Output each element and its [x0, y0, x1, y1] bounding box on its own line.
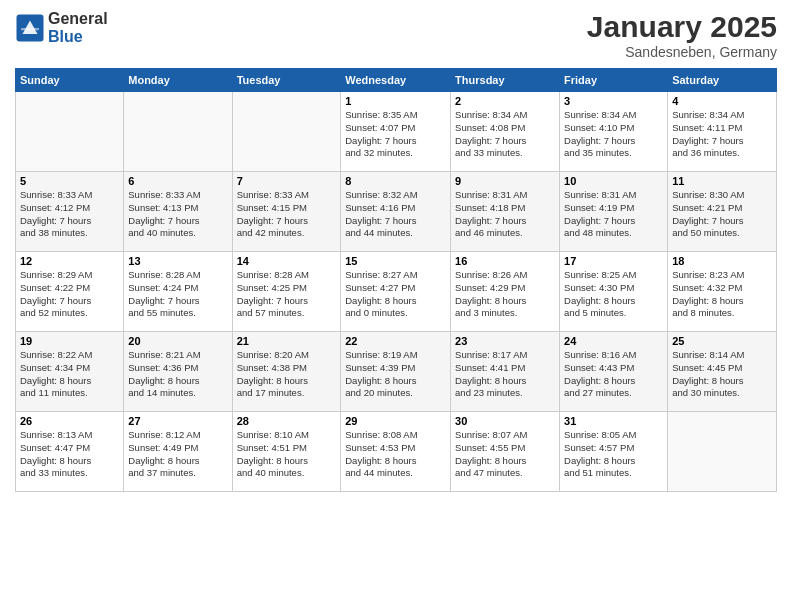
calendar-cell: 8Sunrise: 8:32 AM Sunset: 4:16 PM Daylig… — [341, 172, 451, 252]
day-info: Sunrise: 8:29 AM Sunset: 4:22 PM Dayligh… — [20, 269, 119, 320]
day-number: 17 — [564, 255, 663, 267]
calendar-cell: 31Sunrise: 8:05 AM Sunset: 4:57 PM Dayli… — [560, 412, 668, 492]
title-section: January 2025 Sandesneben, Germany — [587, 10, 777, 60]
day-info: Sunrise: 8:17 AM Sunset: 4:41 PM Dayligh… — [455, 349, 555, 400]
calendar-week-5: 26Sunrise: 8:13 AM Sunset: 4:47 PM Dayli… — [16, 412, 777, 492]
day-info: Sunrise: 8:07 AM Sunset: 4:55 PM Dayligh… — [455, 429, 555, 480]
day-number: 3 — [564, 95, 663, 107]
col-monday: Monday — [124, 69, 232, 92]
calendar-cell: 30Sunrise: 8:07 AM Sunset: 4:55 PM Dayli… — [451, 412, 560, 492]
day-number: 12 — [20, 255, 119, 267]
day-number: 31 — [564, 415, 663, 427]
day-info: Sunrise: 8:12 AM Sunset: 4:49 PM Dayligh… — [128, 429, 227, 480]
col-wednesday: Wednesday — [341, 69, 451, 92]
day-number: 25 — [672, 335, 772, 347]
day-info: Sunrise: 8:28 AM Sunset: 4:25 PM Dayligh… — [237, 269, 337, 320]
day-number: 28 — [237, 415, 337, 427]
day-info: Sunrise: 8:30 AM Sunset: 4:21 PM Dayligh… — [672, 189, 772, 240]
day-info: Sunrise: 8:13 AM Sunset: 4:47 PM Dayligh… — [20, 429, 119, 480]
logo-text: General Blue — [48, 10, 108, 45]
calendar-cell: 20Sunrise: 8:21 AM Sunset: 4:36 PM Dayli… — [124, 332, 232, 412]
col-friday: Friday — [560, 69, 668, 92]
location-subtitle: Sandesneben, Germany — [587, 44, 777, 60]
day-info: Sunrise: 8:34 AM Sunset: 4:11 PM Dayligh… — [672, 109, 772, 160]
day-number: 26 — [20, 415, 119, 427]
logo: General Blue — [15, 10, 108, 45]
day-number: 29 — [345, 415, 446, 427]
calendar-cell — [16, 92, 124, 172]
day-info: Sunrise: 8:21 AM Sunset: 4:36 PM Dayligh… — [128, 349, 227, 400]
day-number: 30 — [455, 415, 555, 427]
day-info: Sunrise: 8:31 AM Sunset: 4:19 PM Dayligh… — [564, 189, 663, 240]
day-info: Sunrise: 8:31 AM Sunset: 4:18 PM Dayligh… — [455, 189, 555, 240]
day-number: 10 — [564, 175, 663, 187]
calendar-table: Sunday Monday Tuesday Wednesday Thursday… — [15, 68, 777, 492]
svg-rect-2 — [21, 28, 39, 30]
day-number: 7 — [237, 175, 337, 187]
day-info: Sunrise: 8:20 AM Sunset: 4:38 PM Dayligh… — [237, 349, 337, 400]
day-info: Sunrise: 8:27 AM Sunset: 4:27 PM Dayligh… — [345, 269, 446, 320]
day-info: Sunrise: 8:34 AM Sunset: 4:08 PM Dayligh… — [455, 109, 555, 160]
calendar-cell: 3Sunrise: 8:34 AM Sunset: 4:10 PM Daylig… — [560, 92, 668, 172]
calendar-cell: 14Sunrise: 8:28 AM Sunset: 4:25 PM Dayli… — [232, 252, 341, 332]
day-number: 14 — [237, 255, 337, 267]
calendar-cell: 11Sunrise: 8:30 AM Sunset: 4:21 PM Dayli… — [668, 172, 777, 252]
logo-icon — [15, 13, 45, 43]
logo-blue: Blue — [48, 28, 108, 46]
logo-general: General — [48, 10, 108, 28]
day-info: Sunrise: 8:23 AM Sunset: 4:32 PM Dayligh… — [672, 269, 772, 320]
day-number: 1 — [345, 95, 446, 107]
calendar-cell: 24Sunrise: 8:16 AM Sunset: 4:43 PM Dayli… — [560, 332, 668, 412]
day-number: 21 — [237, 335, 337, 347]
day-info: Sunrise: 8:33 AM Sunset: 4:15 PM Dayligh… — [237, 189, 337, 240]
day-number: 22 — [345, 335, 446, 347]
calendar-week-4: 19Sunrise: 8:22 AM Sunset: 4:34 PM Dayli… — [16, 332, 777, 412]
day-info: Sunrise: 8:22 AM Sunset: 4:34 PM Dayligh… — [20, 349, 119, 400]
calendar-week-3: 12Sunrise: 8:29 AM Sunset: 4:22 PM Dayli… — [16, 252, 777, 332]
day-info: Sunrise: 8:28 AM Sunset: 4:24 PM Dayligh… — [128, 269, 227, 320]
day-number: 2 — [455, 95, 555, 107]
day-info: Sunrise: 8:19 AM Sunset: 4:39 PM Dayligh… — [345, 349, 446, 400]
calendar-cell: 16Sunrise: 8:26 AM Sunset: 4:29 PM Dayli… — [451, 252, 560, 332]
calendar-cell: 15Sunrise: 8:27 AM Sunset: 4:27 PM Dayli… — [341, 252, 451, 332]
calendar-cell: 5Sunrise: 8:33 AM Sunset: 4:12 PM Daylig… — [16, 172, 124, 252]
month-title: January 2025 — [587, 10, 777, 44]
calendar-cell: 26Sunrise: 8:13 AM Sunset: 4:47 PM Dayli… — [16, 412, 124, 492]
calendar-cell: 28Sunrise: 8:10 AM Sunset: 4:51 PM Dayli… — [232, 412, 341, 492]
calendar-cell: 22Sunrise: 8:19 AM Sunset: 4:39 PM Dayli… — [341, 332, 451, 412]
calendar-cell: 6Sunrise: 8:33 AM Sunset: 4:13 PM Daylig… — [124, 172, 232, 252]
calendar-cell — [668, 412, 777, 492]
col-sunday: Sunday — [16, 69, 124, 92]
calendar-week-2: 5Sunrise: 8:33 AM Sunset: 4:12 PM Daylig… — [16, 172, 777, 252]
day-info: Sunrise: 8:35 AM Sunset: 4:07 PM Dayligh… — [345, 109, 446, 160]
calendar-cell: 25Sunrise: 8:14 AM Sunset: 4:45 PM Dayli… — [668, 332, 777, 412]
calendar-cell: 7Sunrise: 8:33 AM Sunset: 4:15 PM Daylig… — [232, 172, 341, 252]
day-number: 6 — [128, 175, 227, 187]
main-container: General Blue January 2025 Sandesneben, G… — [0, 0, 792, 612]
calendar-cell: 1Sunrise: 8:35 AM Sunset: 4:07 PM Daylig… — [341, 92, 451, 172]
calendar-cell: 19Sunrise: 8:22 AM Sunset: 4:34 PM Dayli… — [16, 332, 124, 412]
calendar-cell: 13Sunrise: 8:28 AM Sunset: 4:24 PM Dayli… — [124, 252, 232, 332]
day-info: Sunrise: 8:26 AM Sunset: 4:29 PM Dayligh… — [455, 269, 555, 320]
day-number: 13 — [128, 255, 227, 267]
col-thursday: Thursday — [451, 69, 560, 92]
calendar-header-row: Sunday Monday Tuesday Wednesday Thursday… — [16, 69, 777, 92]
day-info: Sunrise: 8:25 AM Sunset: 4:30 PM Dayligh… — [564, 269, 663, 320]
day-number: 4 — [672, 95, 772, 107]
day-number: 19 — [20, 335, 119, 347]
day-number: 8 — [345, 175, 446, 187]
calendar-cell — [124, 92, 232, 172]
day-info: Sunrise: 8:10 AM Sunset: 4:51 PM Dayligh… — [237, 429, 337, 480]
calendar-cell: 17Sunrise: 8:25 AM Sunset: 4:30 PM Dayli… — [560, 252, 668, 332]
day-number: 18 — [672, 255, 772, 267]
calendar-cell: 27Sunrise: 8:12 AM Sunset: 4:49 PM Dayli… — [124, 412, 232, 492]
calendar-cell: 21Sunrise: 8:20 AM Sunset: 4:38 PM Dayli… — [232, 332, 341, 412]
calendar-cell: 9Sunrise: 8:31 AM Sunset: 4:18 PM Daylig… — [451, 172, 560, 252]
day-info: Sunrise: 8:32 AM Sunset: 4:16 PM Dayligh… — [345, 189, 446, 240]
calendar-cell: 10Sunrise: 8:31 AM Sunset: 4:19 PM Dayli… — [560, 172, 668, 252]
calendar-cell: 4Sunrise: 8:34 AM Sunset: 4:11 PM Daylig… — [668, 92, 777, 172]
day-number: 11 — [672, 175, 772, 187]
day-number: 20 — [128, 335, 227, 347]
day-info: Sunrise: 8:05 AM Sunset: 4:57 PM Dayligh… — [564, 429, 663, 480]
day-number: 27 — [128, 415, 227, 427]
